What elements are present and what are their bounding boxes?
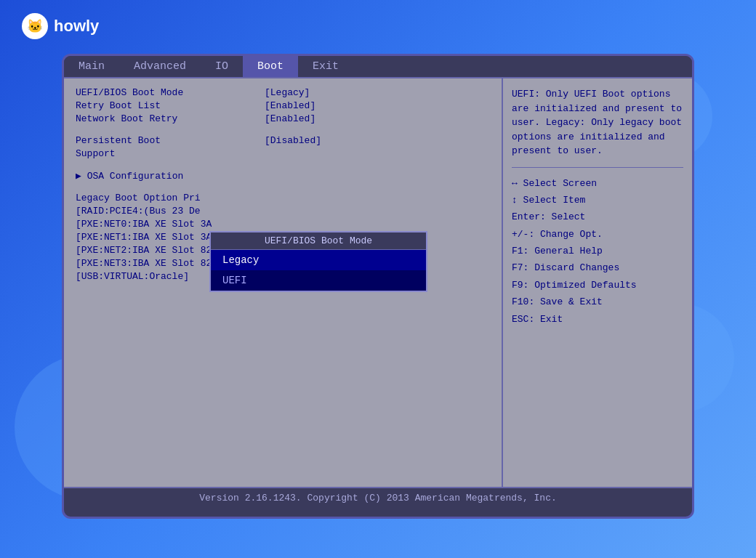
menu-bar: Main Advanced IO Boot Exit [64,56,692,78]
key-change-opt: +/-: Change Opt. [512,226,683,243]
gap-1 [76,126,490,135]
dropdown-option-legacy[interactable]: Legacy [211,250,426,270]
row-osa-config[interactable]: OSA Configuration [76,170,490,182]
menu-io[interactable]: IO [201,56,243,77]
label-legacy-priority: Legacy Boot Option Pri [76,193,265,203]
key-help: ↔ Select Screen ↕ Select Item Enter: Sel… [512,175,683,328]
label-network-boot: Network Boot Retry [76,113,265,124]
value-persistent-boot: [Disabled] [265,135,321,146]
divider [512,167,683,168]
row-uefi-bios-boot-mode[interactable]: UEFI/BIOS Boot Mode [Legacy] [76,87,490,98]
row-retry-boot[interactable]: Retry Boot List [Enabled] [76,100,490,111]
key-f7: F7: Discard Changes [512,259,683,276]
bios-screen: Main Advanced IO Boot Exit UEFI/BIOS Boo… [62,54,694,519]
key-esc: ESC: Exit [512,311,683,328]
menu-main[interactable]: Main [64,56,119,77]
menu-advanced[interactable]: Advanced [119,56,201,77]
key-f10: F10: Save & Exit [512,294,683,310]
menu-boot[interactable]: Boot [243,56,298,77]
logo-area: 🐱 howly [22,13,99,39]
menu-exit[interactable]: Exit [298,56,353,77]
label-persistent-boot: Persistent Boot [76,135,265,146]
row-network-boot[interactable]: Network Boot Retry [Enabled] [76,113,490,124]
label-retry-boot: Retry Boot List [76,100,265,111]
label-uefi-bios-boot-mode: UEFI/BIOS Boot Mode [76,87,265,98]
row-pxe-net0[interactable]: [PXE:NET0:IBA XE Slot 3A [76,219,490,230]
right-panel: UEFI: Only UEFI Boot options are initial… [503,78,692,487]
logo-text: howly [54,17,99,36]
help-text: UEFI: Only UEFI Boot options are initial… [512,87,683,158]
row-legacy-priority: Legacy Boot Option Pri [76,193,490,203]
key-select-screen: ↔ Select Screen [512,175,683,192]
value-network-boot: [Enabled] [265,113,315,124]
key-enter: Enter: Select [512,209,683,225]
dropdown-title: UEFI/BIOS Boot Mode [211,232,426,250]
status-text: Version 2.16.1243. Copyright (C) 2013 Am… [199,493,556,504]
row-raid[interactable]: [RAID:PCIE4:(Bus 23 De [76,206,490,217]
key-f9: F9: Optimized Defaults [512,277,683,294]
row-support: Support [76,148,490,159]
bios-content: UEFI/BIOS Boot Mode [Legacy] Retry Boot … [64,78,692,487]
label-support: Support [76,148,265,159]
label-raid: [RAID:PCIE4:(Bus 23 De [76,206,265,217]
left-panel: UEFI/BIOS Boot Mode [Legacy] Retry Boot … [64,78,503,487]
logo-icon: 🐱 [22,13,48,39]
gap-2 [76,161,490,170]
gap-3 [76,184,490,193]
label-pxe-net0: [PXE:NET0:IBA XE Slot 3A [76,219,265,230]
key-select-item: ↕ Select Item [512,192,683,209]
value-uefi-bios-boot-mode: [Legacy] [265,87,310,98]
dropdown-option-uefi[interactable]: UEFI [211,270,426,291]
row-persistent-boot[interactable]: Persistent Boot [Disabled] [76,135,490,146]
key-f1: F1: General Help [512,243,683,259]
status-bar: Version 2.16.1243. Copyright (C) 2013 Am… [64,487,692,508]
value-retry-boot: [Enabled] [265,100,315,111]
label-osa-config: OSA Configuration [76,170,265,182]
dropdown-popup[interactable]: UEFI/BIOS Boot Mode Legacy UEFI [209,231,427,292]
